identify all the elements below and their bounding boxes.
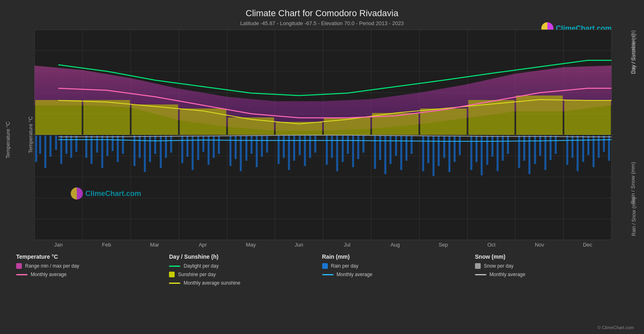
- svg-rect-45: [85, 136, 87, 158]
- svg-rect-89: [347, 136, 349, 154]
- svg-rect-99: [405, 136, 408, 161]
- svg-rect-40: [55, 136, 57, 150]
- legend-item-sunshine-avg: Monthly average sunshine: [169, 280, 322, 286]
- temp-avg-line: [16, 274, 27, 275]
- svg-rect-70: [234, 136, 236, 159]
- svg-rect-30: [324, 117, 370, 135]
- legend-title-temp: Temperature °C: [16, 253, 169, 260]
- svg-rect-121: [539, 136, 541, 156]
- sunshine-swatch: [169, 272, 175, 277]
- legend-item-temp-avg: Monthly average: [16, 272, 169, 277]
- svg-rect-38: [44, 136, 46, 168]
- svg-rect-75: [261, 136, 263, 157]
- snow-avg-label: Monthly average: [490, 272, 526, 277]
- legend-item-rain-avg: Monthly average: [322, 272, 475, 277]
- svg-rect-81: [299, 136, 301, 155]
- snow-per-day-label: Snow per day: [484, 263, 513, 269]
- month-sep: Sep: [419, 242, 467, 248]
- svg-rect-78: [283, 136, 285, 158]
- temp-range-swatch: [16, 263, 22, 269]
- x-axis: Jan Feb Mar Apr May Jun Jul Aug Sep Oct …: [34, 242, 612, 248]
- svg-rect-91: [357, 136, 359, 159]
- svg-rect-84: [314, 136, 316, 153]
- svg-rect-116: [507, 136, 509, 154]
- svg-rect-47: [96, 136, 98, 153]
- svg-rect-63: [192, 136, 194, 170]
- watermark-bottomleft: ClimeChart.com: [71, 187, 141, 200]
- svg-rect-102: [427, 136, 429, 163]
- svg-rect-56: [149, 136, 151, 162]
- svg-rect-26: [131, 104, 178, 135]
- svg-rect-103: [433, 136, 435, 176]
- legend-col-snow: Snow (mm) Snow per day Monthly average: [475, 253, 628, 289]
- month-aug: Aug: [371, 242, 419, 248]
- svg-rect-80: [293, 136, 295, 161]
- svg-rect-95: [384, 136, 386, 174]
- month-mar: Mar: [131, 242, 179, 248]
- legend-col-sunshine: Day / Sunshine (h) Daylight per day Suns…: [169, 253, 322, 289]
- climate-chart-svg: 50 40 30 20 10 0 -10 -20 -30 -40 -50 24 …: [34, 30, 612, 240]
- legend-item-sunshine: Sunshine per day: [169, 272, 322, 277]
- svg-rect-55: [144, 136, 146, 172]
- svg-rect-129: [587, 136, 589, 155]
- legend-item-snow: Snow per day: [475, 263, 628, 269]
- svg-rect-83: [309, 136, 311, 158]
- svg-rect-126: [572, 136, 574, 158]
- svg-rect-110: [475, 136, 477, 162]
- svg-rect-100: [411, 136, 413, 154]
- svg-rect-107: [454, 136, 456, 162]
- legend-title-sunshine: Day / Sunshine (h): [169, 253, 322, 260]
- svg-rect-128: [582, 136, 584, 162]
- svg-rect-65: [203, 136, 205, 152]
- svg-rect-119: [528, 136, 530, 174]
- daylight-line: [169, 266, 180, 267]
- svg-rect-117: [518, 136, 520, 168]
- svg-rect-39: [49, 136, 51, 157]
- month-dec: Dec: [564, 242, 612, 248]
- svg-rect-127: [576, 136, 579, 171]
- month-feb: Feb: [82, 242, 131, 248]
- svg-rect-92: [362, 136, 364, 153]
- svg-rect-36: [35, 136, 37, 162]
- copyright-text: © ClimeChart.com: [598, 325, 634, 330]
- svg-rect-62: [186, 136, 188, 157]
- legend-item-snow-avg: Monthly average: [475, 272, 628, 277]
- rain-swatch: [322, 263, 328, 269]
- legend-item-rain: Rain per day: [322, 263, 475, 269]
- svg-rect-43: [70, 136, 72, 158]
- svg-rect-76: [266, 136, 268, 153]
- svg-rect-57: [154, 136, 156, 154]
- daylight-label: Daylight per day: [184, 263, 219, 269]
- svg-rect-124: [555, 136, 557, 154]
- svg-rect-59: [165, 136, 167, 158]
- watermark-text-bottomleft: ClimeChart.com: [85, 189, 141, 198]
- climechart-icon-bottomleft: [71, 187, 83, 200]
- svg-rect-73: [251, 136, 253, 154]
- legend-area: Temperature °C Range min / max per day M…: [16, 253, 628, 289]
- svg-rect-86: [331, 136, 333, 158]
- month-may: May: [227, 242, 275, 248]
- svg-rect-72: [245, 136, 247, 161]
- svg-rect-54: [139, 136, 141, 158]
- svg-rect-27: [179, 108, 226, 135]
- right-bottom-axis-title: Rain / Snow (mm): [630, 162, 636, 204]
- legend-item-daylight: Daylight per day: [169, 263, 322, 269]
- month-jan: Jan: [34, 242, 82, 248]
- svg-rect-125: [566, 136, 568, 165]
- svg-rect-118: [523, 136, 525, 161]
- svg-rect-105: [443, 136, 445, 158]
- legend-title-snow: Snow (mm): [475, 253, 628, 260]
- svg-rect-61: [181, 136, 183, 163]
- legend-title-rain: Rain (mm): [322, 253, 475, 260]
- svg-rect-32: [420, 108, 467, 135]
- snow-avg-line: [475, 274, 486, 275]
- sunshine-avg-label: Monthly average sunshine: [184, 280, 240, 286]
- sunshine-avg-line: [169, 283, 180, 284]
- legend-col-temperature: Temperature °C Range min / max per day M…: [16, 253, 169, 289]
- chart-area: Temperature °C Day / Sunshine (h) Rain /…: [34, 30, 612, 240]
- svg-rect-123: [549, 136, 551, 160]
- svg-rect-115: [502, 136, 504, 161]
- left-axis-title: Temperature °C: [27, 116, 34, 153]
- month-oct: Oct: [467, 242, 515, 248]
- right-top-axis-title: Day / Sunshine (h): [630, 30, 636, 74]
